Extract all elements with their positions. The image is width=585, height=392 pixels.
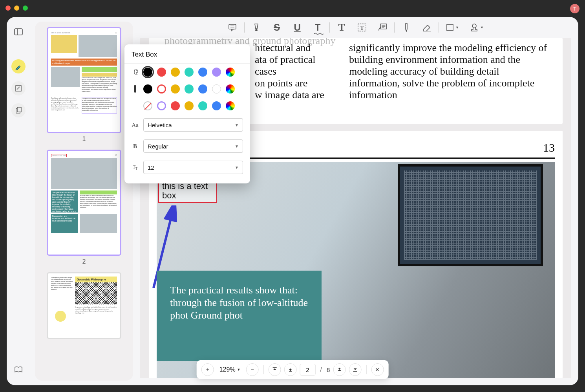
first-page-button[interactable] bbox=[269, 363, 281, 376]
stroke-color-swatch[interactable] bbox=[157, 84, 166, 93]
text-color-row bbox=[124, 64, 250, 81]
pager-divider bbox=[366, 365, 366, 374]
font-size-icon: TT bbox=[132, 164, 139, 170]
stroke-color-swatch[interactable] bbox=[171, 84, 180, 93]
page-number: 13 bbox=[543, 141, 555, 154]
font-family-select[interactable]: Helvetica▼ bbox=[143, 118, 243, 132]
last-page-button[interactable] bbox=[349, 363, 361, 376]
thumb-body-text: The practical results show that through … bbox=[82, 97, 117, 114]
eraser-tool-icon[interactable] bbox=[422, 23, 431, 32]
pen-tool-icon[interactable] bbox=[402, 23, 411, 32]
svg-rect-0 bbox=[15, 29, 22, 35]
svg-rect-4 bbox=[17, 107, 21, 112]
total-pages: 8 bbox=[327, 366, 330, 373]
fill-color-swatch[interactable] bbox=[171, 101, 180, 110]
reader-mode-button[interactable] bbox=[11, 363, 26, 377]
text-color-swatch[interactable] bbox=[198, 68, 207, 77]
text-color-swatch[interactable] bbox=[212, 68, 221, 77]
thumb-body-text: In the process of data collection and ut… bbox=[80, 194, 117, 211]
thumb-image-placeholder bbox=[51, 158, 117, 189]
popover-title: Text Box bbox=[124, 44, 250, 64]
fill-color-swatch[interactable] bbox=[185, 101, 194, 110]
highlighter-tool-button[interactable] bbox=[11, 59, 26, 73]
close-pager-button[interactable]: ✕ bbox=[371, 363, 384, 376]
user-avatar[interactable]: T bbox=[570, 4, 580, 13]
thumb-highlight bbox=[51, 35, 77, 53]
thumb-body-text: The special point of the image can be ex… bbox=[51, 277, 73, 300]
zoom-level-select[interactable]: 129%▼ bbox=[217, 366, 243, 373]
thumbnail-page-1[interactable]: this is a test comment12 Building enviro… bbox=[40, 27, 128, 143]
text-color-custom[interactable] bbox=[226, 68, 235, 77]
stroke-color-swatch[interactable] bbox=[212, 84, 221, 93]
next-page-button[interactable] bbox=[333, 363, 346, 376]
thumb-section-title: Geometric Philosophy bbox=[75, 277, 117, 282]
highlight-tool-icon[interactable] bbox=[252, 23, 261, 32]
thumb-title-block: Building environment information modelin… bbox=[51, 59, 117, 66]
text-color-swatch[interactable] bbox=[143, 68, 152, 77]
strikethrough-tool-icon[interactable]: S bbox=[272, 23, 282, 32]
thumb-header-note: this is a test comment bbox=[51, 31, 70, 34]
textbox-tool-icon[interactable]: T bbox=[357, 23, 367, 32]
text-color-swatch[interactable] bbox=[157, 68, 166, 77]
thumb-teal-block: Preservation and inheritance of architec… bbox=[51, 214, 78, 233]
svg-text:T: T bbox=[360, 25, 364, 31]
underline-tool-icon[interactable]: U bbox=[292, 23, 302, 32]
page-separator: / bbox=[319, 366, 324, 373]
thumb-image-placeholder bbox=[80, 214, 117, 233]
fill-color-swatch[interactable] bbox=[198, 101, 207, 110]
page-body-text: significantly improve the modeling effic… bbox=[349, 42, 551, 101]
thumb-image-placeholder bbox=[75, 282, 117, 304]
text-color-swatch[interactable] bbox=[171, 68, 180, 77]
svg-point-18 bbox=[134, 71, 135, 71]
svg-rect-5 bbox=[229, 24, 236, 29]
textbox-popover: Text Box bbox=[124, 44, 250, 183]
thumb-body-text: constructed multi-view image data are fu… bbox=[82, 77, 117, 95]
stroke-color-custom[interactable] bbox=[226, 84, 235, 93]
thumb-body-text: Combined with practical cases, low-altit… bbox=[51, 97, 80, 114]
app-frame: this is a test comment12 Building enviro… bbox=[7, 17, 578, 385]
thumbnail-number: 2 bbox=[40, 258, 128, 265]
comment-tool-icon[interactable] bbox=[228, 23, 237, 32]
callout-tool-icon[interactable] bbox=[378, 23, 387, 32]
font-size-select[interactable]: 12▼ bbox=[143, 161, 243, 174]
text-tool-icon[interactable]: T bbox=[337, 23, 346, 32]
stroke-color-swatch[interactable] bbox=[143, 84, 152, 93]
font-weight-select[interactable]: Regular▼ bbox=[143, 139, 243, 153]
stamp-tool-icon[interactable]: ▼ bbox=[470, 23, 484, 32]
annotation-toolbar: S U T T T ▼ ▼ bbox=[140, 17, 571, 38]
font-family-icon: Aa bbox=[132, 122, 139, 128]
page-navigation-bar: ＋ 129%▼ － / 8 ✕ bbox=[197, 360, 389, 379]
window-minimize-button[interactable] bbox=[14, 5, 19, 11]
thumbnail-number: 1 bbox=[40, 136, 128, 143]
thumb-teal-block: The practical results show that: through… bbox=[51, 191, 78, 212]
svg-rect-15 bbox=[447, 24, 453, 31]
fill-color-swatch[interactable] bbox=[157, 101, 166, 110]
toggle-sidebar-button[interactable] bbox=[11, 25, 26, 39]
thumbnails-panel[interactable]: this is a test comment12 Building enviro… bbox=[35, 22, 133, 381]
fill-color-custom[interactable] bbox=[226, 101, 235, 110]
documents-tool-button[interactable] bbox=[11, 103, 26, 117]
thumbnail-page-3[interactable]: The special point of the image can be ex… bbox=[40, 272, 128, 339]
annotate-tool-button[interactable] bbox=[11, 81, 26, 95]
thumbnail-page-2[interactable]: this is a text box13 The practical resul… bbox=[40, 150, 128, 265]
thumb-image-placeholder bbox=[51, 67, 80, 87]
stroke-color-swatch[interactable] bbox=[198, 84, 207, 93]
prev-page-button[interactable] bbox=[284, 363, 297, 376]
stroke-color-row bbox=[124, 81, 250, 97]
squiggly-tool-icon[interactable]: T bbox=[313, 23, 322, 32]
zoom-out-button[interactable]: － bbox=[246, 363, 259, 376]
window-zoom-button[interactable] bbox=[23, 5, 28, 11]
fill-color-swatch[interactable] bbox=[212, 101, 221, 110]
window-close-button[interactable] bbox=[5, 5, 11, 11]
zoom-in-button[interactable]: ＋ bbox=[201, 363, 214, 376]
page-body-text: hitectural and ata of practical cases on… bbox=[255, 42, 337, 101]
thumb-highlight bbox=[80, 191, 117, 194]
svg-point-19 bbox=[136, 70, 137, 71]
text-color-swatch[interactable] bbox=[185, 68, 194, 77]
shape-tool-icon[interactable]: ▼ bbox=[446, 23, 459, 32]
thumb-shape bbox=[55, 311, 66, 322]
fill-none-swatch[interactable] bbox=[143, 101, 152, 110]
pager-divider bbox=[263, 365, 264, 374]
current-page-input[interactable] bbox=[300, 364, 316, 376]
stroke-color-swatch[interactable] bbox=[185, 84, 194, 93]
